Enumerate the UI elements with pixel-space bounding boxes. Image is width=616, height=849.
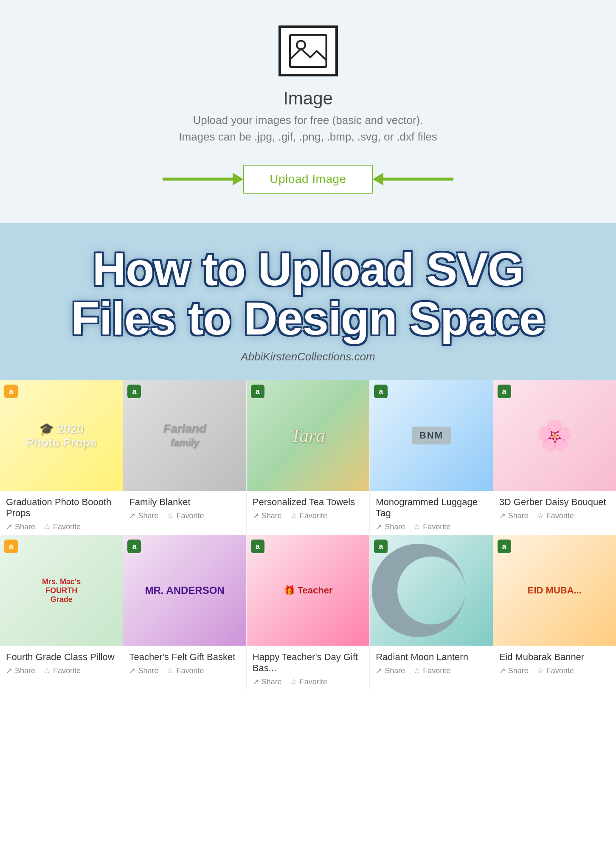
svg-rect-0 xyxy=(290,35,326,67)
share-button-luggagetag[interactable]: ↗ Share xyxy=(376,522,405,531)
favorite-icon-eid: ☆ xyxy=(537,666,544,675)
products-section: a 🎓 2020Photo Props Graduation Photo Boo… xyxy=(0,380,616,690)
badge-daisy: a xyxy=(498,385,511,398)
product-card-pillow: a Mrs. Mac'sFOURTHGrade Fourth Grade Cla… xyxy=(0,535,123,690)
product-card-daisy: a 🌸 3D Gerber Daisy Bouquet ↗ Share ☆ Fa… xyxy=(493,380,616,535)
share-button-eid[interactable]: ↗ Share xyxy=(499,666,529,675)
banner-section: How to Upload SVG Files to Design Space … xyxy=(0,223,616,380)
favorite-button-eid[interactable]: ☆ Favorite xyxy=(537,666,574,675)
product-image-luggagetag: a BNM xyxy=(370,380,492,491)
share-icon-moon: ↗ xyxy=(376,666,382,675)
svg-marker-3 xyxy=(233,173,243,186)
product-card-graduation: a 🎓 2020Photo Props Graduation Photo Boo… xyxy=(0,380,123,535)
share-icon-teatowels: ↗ xyxy=(253,511,259,520)
product-actions-daisy: ↗ Share ☆ Favorite xyxy=(499,511,610,520)
product-actions-teacherday: ↗ Share ☆ Favorite xyxy=(253,677,363,686)
banner-subtitle: AbbiKirstenCollections.com xyxy=(25,350,591,363)
product-name-blanket: Family Blanket xyxy=(129,497,240,508)
badge-giftbasket: a xyxy=(127,540,141,553)
share-icon-graduation: ↗ xyxy=(6,522,12,531)
banner-line1: How to Upload SVG xyxy=(93,243,524,295)
share-button-daisy[interactable]: ↗ Share xyxy=(499,511,529,520)
product-image-moon: a xyxy=(370,535,492,646)
product-image-blanket: a Farlandfamily xyxy=(123,380,246,491)
image-icon xyxy=(278,25,338,76)
favorite-icon-teatowels: ☆ xyxy=(290,511,297,520)
product-card-teacherday: a 🎁 Teacher Happy Teacher's Day Gift Bas… xyxy=(247,535,370,690)
product-name-graduation: Graduation Photo Boooth Props xyxy=(6,497,117,519)
product-actions-blanket: ↗ Share ☆ Favorite xyxy=(129,511,240,520)
favorite-icon-moon: ☆ xyxy=(413,666,420,675)
favorite-icon-pillow: ☆ xyxy=(44,666,51,675)
share-icon-giftbasket: ↗ xyxy=(129,666,135,675)
favorite-icon-daisy: ☆ xyxy=(537,511,544,520)
favorite-icon-luggagetag: ☆ xyxy=(413,522,420,531)
upload-title: Image xyxy=(283,88,333,109)
product-actions-moon: ↗ Share ☆ Favorite xyxy=(376,666,487,675)
share-icon-luggagetag: ↗ xyxy=(376,522,382,531)
share-button-blanket[interactable]: ↗ Share xyxy=(129,511,158,520)
share-button-giftbasket[interactable]: ↗ Share xyxy=(129,666,158,675)
banner-line2: Files to Design Space xyxy=(71,292,545,344)
product-image-daisy: a 🌸 xyxy=(493,380,616,491)
badge-eid: a xyxy=(498,540,511,553)
arrow-left-icon xyxy=(158,169,243,190)
share-button-pillow[interactable]: ↗ Share xyxy=(6,666,35,675)
product-image-teatowels: a Tara xyxy=(247,380,369,491)
favorite-button-daisy[interactable]: ☆ Favorite xyxy=(537,511,574,520)
svg-marker-5 xyxy=(373,173,383,186)
favorite-button-giftbasket[interactable]: ☆ Favorite xyxy=(167,666,204,675)
banner-title: How to Upload SVG Files to Design Space xyxy=(25,245,591,343)
product-card-teatowels: a Tara Personalized Tea Towels ↗ Share ☆… xyxy=(247,380,370,535)
product-actions-teatowels: ↗ Share ☆ Favorite xyxy=(253,511,363,520)
product-actions-pillow: ↗ Share ☆ Favorite xyxy=(6,666,117,675)
product-card-eid: a EID MUBA... Eid Mubarak Banner ↗ Share… xyxy=(493,535,616,690)
product-actions-graduation: ↗ Share ☆ Favorite xyxy=(6,522,117,531)
product-name-giftbasket: Teacher's Felt Gift Basket xyxy=(129,652,240,663)
badge-luggagetag: a xyxy=(374,385,388,398)
badge-moon: a xyxy=(374,540,388,553)
share-icon-teacherday: ↗ xyxy=(253,677,259,686)
upload-button-row: Upload Image xyxy=(158,165,457,194)
product-actions-eid: ↗ Share ☆ Favorite xyxy=(499,666,610,675)
product-image-giftbasket: a MR. ANDERSON xyxy=(123,535,246,646)
favorite-button-teatowels[interactable]: ☆ Favorite xyxy=(290,511,327,520)
image-placeholder-icon xyxy=(289,34,327,68)
favorite-icon-graduation: ☆ xyxy=(44,522,51,531)
badge-pillow: a xyxy=(4,540,18,553)
badge-teatowels: a xyxy=(251,385,264,398)
products-row-1: a 🎓 2020Photo Props Graduation Photo Boo… xyxy=(0,380,616,535)
product-actions-luggagetag: ↗ Share ☆ Favorite xyxy=(376,522,487,531)
product-name-luggagetag: Monogrammed Luggage Tag xyxy=(376,497,487,519)
product-card-giftbasket: a MR. ANDERSON Teacher's Felt Gift Baske… xyxy=(123,535,246,690)
favorite-button-blanket[interactable]: ☆ Favorite xyxy=(167,511,204,520)
share-icon-pillow: ↗ xyxy=(6,666,12,675)
share-button-teacherday[interactable]: ↗ Share xyxy=(253,677,282,686)
product-image-eid: a EID MUBA... xyxy=(493,535,616,646)
badge-graduation: a xyxy=(4,385,18,398)
upload-section: Image Upload your images for free (basic… xyxy=(0,0,616,223)
favorite-button-moon[interactable]: ☆ Favorite xyxy=(413,666,450,675)
favorite-button-luggagetag[interactable]: ☆ Favorite xyxy=(413,522,450,531)
badge-blanket: a xyxy=(127,385,141,398)
product-image-teacherday: a 🎁 Teacher xyxy=(247,535,369,646)
share-button-graduation[interactable]: ↗ Share xyxy=(6,522,35,531)
product-name-moon: Radiant Moon Lantern xyxy=(376,652,487,663)
product-actions-giftbasket: ↗ Share ☆ Favorite xyxy=(129,666,240,675)
product-image-graduation: a 🎓 2020Photo Props xyxy=(0,380,123,491)
share-icon-blanket: ↗ xyxy=(129,511,135,520)
product-name-daisy: 3D Gerber Daisy Bouquet xyxy=(499,497,610,508)
favorite-button-graduation[interactable]: ☆ Favorite xyxy=(44,522,81,531)
favorite-icon-giftbasket: ☆ xyxy=(167,666,174,675)
upload-image-button[interactable]: Upload Image xyxy=(243,165,372,194)
product-name-teatowels: Personalized Tea Towels xyxy=(253,497,363,508)
favorite-button-pillow[interactable]: ☆ Favorite xyxy=(44,666,81,675)
favorite-icon-teacherday: ☆ xyxy=(290,677,297,686)
arrow-right-icon xyxy=(373,169,458,190)
product-card-luggagetag: a BNM Monogrammed Luggage Tag ↗ Share ☆ … xyxy=(370,380,493,535)
badge-teacherday: a xyxy=(251,540,264,553)
share-button-teatowels[interactable]: ↗ Share xyxy=(253,511,282,520)
share-button-moon[interactable]: ↗ Share xyxy=(376,666,405,675)
favorite-button-teacherday[interactable]: ☆ Favorite xyxy=(290,677,327,686)
product-card-blanket: a Farlandfamily Family Blanket ↗ Share ☆… xyxy=(123,380,246,535)
